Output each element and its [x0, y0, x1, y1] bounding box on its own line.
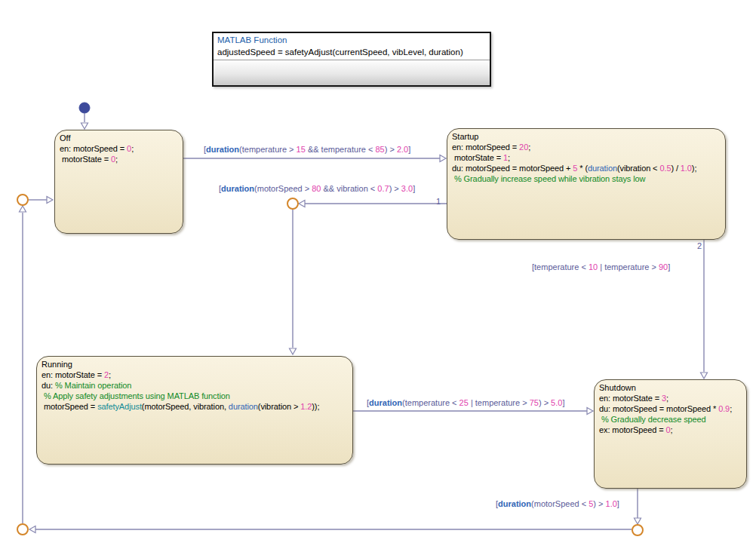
matlab-function-box[interactable]: MATLAB Function adjustedSpeed = safetyAd… [212, 32, 491, 87]
junction-mid[interactable] [287, 198, 298, 209]
state-code-line: du: motorSpeed = motorSpeed + 5 * (durat… [452, 163, 725, 173]
text-segment: 5.0 [551, 398, 562, 407]
state-code-line: motorState = 1; [452, 152, 725, 163]
stateflow-canvas: MATLAB Function adjustedSpeed = safetyAd… [0, 0, 756, 552]
transition-order-label-1[interactable]: 1 [436, 197, 441, 206]
transition-label-shutdown-to-off[interactable]: [duration(motorSpeed < 5) > 1.0] [496, 498, 619, 509]
state-startup[interactable]: Startup en: motorSpeed = 20; motorState … [447, 128, 726, 240]
junction-bottom-right[interactable] [632, 525, 643, 535]
text-segment: 3.0 [401, 184, 413, 193]
transition-label-startup-to-shutdown[interactable]: [temperature < 10 | temperature > 90] [532, 262, 670, 272]
text-segment: 25 [459, 398, 469, 407]
text-segment: ; [131, 144, 134, 153]
state-title: Startup [452, 131, 725, 142]
text-segment: ; [671, 425, 673, 434]
text-segment: (vibration < [617, 164, 659, 173]
junction-bottom-left[interactable] [17, 524, 28, 535]
text-segment: ) > [593, 499, 605, 508]
text-segment: ) > [389, 184, 401, 193]
matlab-function-signature: adjustedSpeed = safetyAdjust(currentSpee… [214, 46, 490, 60]
text-segment: 15 [297, 145, 306, 154]
text-segment: ] [408, 145, 410, 154]
text-segment: | temperature > [598, 262, 659, 271]
text-segment: duration [206, 145, 239, 154]
text-segment: 80 [312, 184, 321, 193]
text-segment: 10 [589, 262, 598, 271]
state-running[interactable]: Running en: motorState = 2; du: % Mainta… [36, 356, 353, 465]
state-title: Shutdown [599, 382, 746, 393]
text-segment: 75 [530, 398, 539, 407]
state-off[interactable]: Off en: motorSpeed = 0; motorState = 0; [54, 130, 183, 234]
text-segment: 0.9 [718, 404, 730, 413]
text-segment: du: motorSpeed = motorSpeed * [599, 404, 718, 413]
text-segment: 1.2 [300, 402, 312, 411]
text-segment: [temperature < [532, 262, 589, 271]
state-code-line: % Gradually increase speed while vibrati… [452, 173, 725, 184]
transition-label-startup-to-running[interactable]: [duration(motorSpeed > 80 && vibration <… [219, 183, 415, 194]
state-code-line: % Apply safety adjustments using MATLAB … [41, 391, 352, 401]
text-segment: 90 [659, 262, 668, 271]
state-code-line: ex: motorSpeed = 0; [599, 425, 746, 435]
arrowhead-icon [440, 155, 446, 162]
junction-top-left[interactable] [17, 195, 28, 205]
matlab-function-box-title: MATLAB Function [214, 33, 490, 46]
arrowhead-icon [20, 206, 26, 212]
text-segment: && vibration < [321, 184, 377, 193]
text-segment: motorSpeed = [41, 402, 97, 411]
arrowhead-icon [299, 201, 305, 207]
default-transition-origin-dot[interactable] [79, 103, 90, 113]
text-segment: (motorSpeed < [531, 499, 589, 508]
text-segment: duration [369, 398, 402, 407]
text-segment: en: motorSpeed = [452, 143, 519, 152]
text-segment: du: motorSpeed = motorSpeed + [452, 164, 573, 173]
text-segment: (motorSpeed > [254, 184, 312, 193]
text-segment: (motorSpeed, vibration, [142, 402, 229, 411]
state-code-line: motorSpeed = safetyAdjust(motorSpeed, vi… [41, 401, 352, 412]
text-segment: duration [229, 402, 258, 411]
text-segment: ; [666, 394, 668, 403]
state-shutdown[interactable]: Shutdown en: motorState = 3; du: motorSp… [594, 379, 747, 489]
text-segment: * ( [577, 164, 588, 173]
arrowhead-icon [701, 373, 708, 379]
text-segment: 1.0 [606, 499, 617, 508]
arrowhead-icon [29, 526, 35, 533]
text-segment: en: motorSpeed = [60, 144, 127, 153]
text-segment: 20 [519, 143, 528, 152]
text-segment: && temperature < [306, 145, 376, 154]
text-segment: ] [617, 499, 619, 508]
text-segment: ) > [539, 398, 551, 407]
arrowhead-icon [81, 123, 88, 129]
text-segment: 0.5 [659, 164, 671, 173]
transition-label-running-to-shutdown[interactable]: [duration(temperature < 25 | temperature… [367, 397, 564, 408]
state-title: Off [60, 133, 183, 143]
text-segment: safetyAdjust [97, 402, 142, 411]
text-segment: | temperature > [469, 398, 530, 407]
text-segment: duration [498, 499, 531, 508]
matlab-function-box-body [214, 60, 490, 85]
text-segment: ] [413, 184, 415, 193]
arrowhead-icon [587, 408, 593, 415]
text-segment: 85 [375, 145, 384, 154]
state-code-line: du: % Maintain operation [41, 380, 352, 391]
text-segment: duration [588, 164, 617, 173]
text-segment: en: motorState = [41, 370, 104, 379]
text-segment: du: [41, 381, 55, 390]
state-code-line: en: motorSpeed = 20; [452, 142, 725, 152]
state-code-line: en: motorSpeed = 0; [60, 143, 183, 154]
state-code-line: en: motorState = 2; [41, 370, 352, 380]
transition-order-label-2[interactable]: 2 [697, 241, 702, 250]
text-segment: ] [668, 262, 670, 271]
text-segment: ; [109, 370, 111, 379]
text-segment: 1.0 [681, 164, 692, 173]
transition-label-off-to-startup[interactable]: [duration(temperature > 15 && temperatur… [204, 144, 410, 155]
text-segment: motorState = [452, 153, 503, 162]
state-title: Running [41, 359, 352, 370]
text-segment: duration [221, 184, 254, 193]
text-segment: 2.0 [397, 145, 408, 154]
text-segment: ; [508, 153, 510, 162]
text-segment: en: motorState = [599, 394, 662, 403]
text-segment: ex: motorSpeed = [599, 425, 666, 434]
text-segment: (temperature > [239, 145, 297, 154]
text-segment: (vibration > [258, 402, 300, 411]
arrowhead-icon [635, 518, 641, 524]
